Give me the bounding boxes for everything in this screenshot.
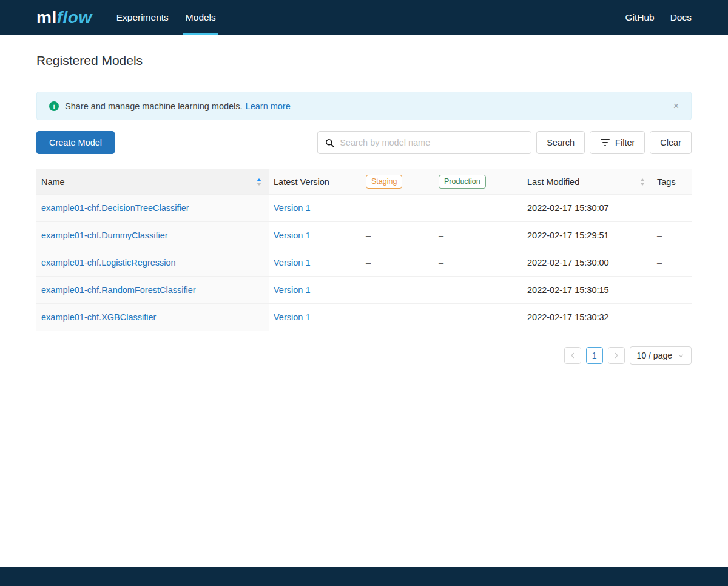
- page-size-select[interactable]: 10 / page: [630, 346, 692, 365]
- tags-value: –: [657, 203, 662, 213]
- column-header-last-modified[interactable]: Last Modified: [522, 169, 652, 194]
- tags-cell: –: [652, 277, 692, 303]
- staging-cell: –: [361, 304, 434, 331]
- main-content: Registered Models i Share and manage mac…: [0, 53, 728, 365]
- staging-cell: –: [361, 222, 434, 249]
- navbar: mlflow Experiments Models GitHub Docs: [0, 0, 728, 35]
- create-model-button[interactable]: Create Model: [36, 131, 115, 154]
- table-header-row: Name Latest Version Staging Production L…: [36, 169, 692, 195]
- last-modified-cell: 2022-02-17 15:29:51: [522, 222, 652, 249]
- staging-cell: –: [361, 195, 434, 221]
- chevron-left-icon: [569, 352, 576, 359]
- tags-cell: –: [652, 304, 692, 331]
- staging-value: –: [366, 203, 371, 213]
- banner-text: Share and manage machine learning models…: [65, 101, 243, 111]
- production-cell: –: [434, 195, 522, 221]
- model-name-link[interactable]: example01-chf.LogisticRegression: [41, 258, 176, 268]
- name-cell: example01-chf.DummyClassifier: [36, 222, 269, 249]
- chevron-down-icon: [678, 352, 684, 359]
- tags-value: –: [657, 285, 662, 295]
- latest-version-cell: Version 1: [269, 222, 361, 249]
- tags-value: –: [657, 258, 662, 268]
- pagination: 1 10 / page: [36, 346, 692, 365]
- production-value: –: [439, 312, 443, 322]
- last-modified-cell: 2022-02-17 15:30:07: [522, 195, 652, 221]
- latest-version-link[interactable]: Version 1: [274, 258, 310, 268]
- tags-cell: –: [652, 249, 692, 276]
- sort-icon-last-modified: [640, 178, 645, 186]
- sort-icon-name: [257, 178, 261, 186]
- staging-value: –: [366, 231, 371, 240]
- mlflow-logo[interactable]: mlflow: [36, 0, 92, 35]
- title-divider: [36, 76, 692, 76]
- last-modified-value: 2022-02-17 15:30:15: [527, 285, 609, 295]
- name-cell: example01-chf.RandomForestClassifier: [36, 277, 269, 303]
- filter-icon: [600, 139, 610, 146]
- last-modified-value: 2022-02-17 15:30:07: [527, 203, 609, 213]
- logo-ml-text: ml: [36, 8, 57, 27]
- search-box[interactable]: [317, 131, 531, 154]
- production-cell: –: [434, 222, 522, 249]
- model-name-link[interactable]: example01-chf.XGBClassifier: [41, 312, 156, 322]
- tab-experiments[interactable]: Experiments: [115, 0, 170, 35]
- current-page-button[interactable]: 1: [586, 347, 603, 364]
- github-link[interactable]: GitHub: [625, 12, 654, 23]
- latest-version-link[interactable]: Version 1: [274, 203, 310, 213]
- info-banner: i Share and manage machine learning mode…: [36, 92, 692, 120]
- staging-value: –: [366, 312, 371, 322]
- model-name-link[interactable]: example01-chf.DecisionTreeClassifier: [41, 203, 189, 213]
- latest-version-cell: Version 1: [269, 304, 361, 331]
- next-page-button[interactable]: [608, 347, 625, 364]
- model-name-link[interactable]: example01-chf.RandomForestClassifier: [41, 285, 196, 295]
- model-name-link[interactable]: example01-chf.DummyClassifier: [41, 231, 168, 240]
- staging-badge: Staging: [366, 175, 402, 189]
- latest-version-link[interactable]: Version 1: [274, 312, 310, 322]
- last-modified-value: 2022-02-17 15:30:00: [527, 258, 609, 268]
- column-header-latest-version-label: Latest Version: [274, 177, 329, 187]
- last-modified-cell: 2022-02-17 15:30:15: [522, 277, 652, 303]
- tags-value: –: [657, 312, 662, 322]
- production-value: –: [439, 231, 443, 240]
- column-header-staging: Staging: [361, 169, 434, 194]
- table-row: example01-chf.RandomForestClassifier Ver…: [36, 277, 692, 304]
- bottom-bar: [0, 567, 728, 586]
- last-modified-cell: 2022-02-17 15:30:00: [522, 249, 652, 276]
- nav-links: GitHub Docs: [625, 0, 692, 35]
- column-header-name[interactable]: Name: [36, 169, 269, 194]
- search-input[interactable]: [340, 138, 524, 147]
- table-body: example01-chf.DecisionTreeClassifier Ver…: [36, 195, 692, 331]
- filter-button-label: Filter: [615, 138, 635, 147]
- clear-button[interactable]: Clear: [650, 131, 692, 154]
- latest-version-cell: Version 1: [269, 277, 361, 303]
- column-header-latest-version: Latest Version: [269, 169, 361, 194]
- latest-version-link[interactable]: Version 1: [274, 285, 310, 295]
- prev-page-button[interactable]: [564, 347, 581, 364]
- page-title: Registered Models: [36, 53, 692, 68]
- table-row: example01-chf.DecisionTreeClassifier Ver…: [36, 195, 692, 222]
- search-button[interactable]: Search: [536, 131, 585, 154]
- filter-button[interactable]: Filter: [590, 131, 645, 154]
- staging-value: –: [366, 285, 371, 295]
- page-size-label: 10 / page: [637, 351, 672, 360]
- info-icon: i: [49, 101, 59, 111]
- production-cell: –: [434, 304, 522, 331]
- tags-cell: –: [652, 222, 692, 249]
- latest-version-cell: Version 1: [269, 249, 361, 276]
- production-badge: Production: [439, 175, 486, 189]
- learn-more-link[interactable]: Learn more: [246, 101, 291, 111]
- last-modified-value: 2022-02-17 15:29:51: [527, 231, 609, 240]
- search-icon: [325, 138, 334, 147]
- latest-version-link[interactable]: Version 1: [274, 231, 310, 240]
- docs-link[interactable]: Docs: [670, 12, 692, 23]
- tags-cell: –: [652, 195, 692, 221]
- tags-value: –: [657, 231, 662, 240]
- tab-models[interactable]: Models: [184, 0, 217, 35]
- production-value: –: [439, 285, 443, 295]
- name-cell: example01-chf.DecisionTreeClassifier: [36, 195, 269, 221]
- column-header-last-modified-label: Last Modified: [527, 177, 579, 187]
- close-icon[interactable]: ×: [673, 101, 679, 111]
- staging-value: –: [366, 258, 371, 268]
- table-row: example01-chf.LogisticRegression Version…: [36, 249, 692, 277]
- column-header-production: Production: [434, 169, 522, 194]
- last-modified-value: 2022-02-17 15:30:32: [527, 312, 609, 322]
